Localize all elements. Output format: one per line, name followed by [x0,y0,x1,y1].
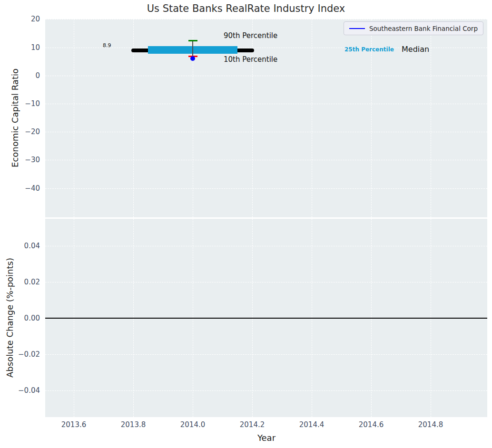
gridline-horizontal [45,132,487,132]
zero-line [45,318,487,319]
y-tick-label: 0 [0,72,40,79]
x-tick-label: 2014.8 [418,420,443,429]
figure: Us State Banks RealRate Industry Index 8… [0,0,492,448]
p90-annotation: 90th Percentile [224,32,277,40]
y-tick-label: 20 [0,16,40,23]
y-tick-label: −0.02 [0,351,40,358]
y-tick-label: −40 [0,185,40,192]
legend-line-sample [349,28,365,29]
gridline-vertical [74,19,74,217]
legend-label: Southeastern Bank Financial Corp [369,25,478,32]
gridline-horizontal [45,76,487,76]
gridline-vertical [431,19,431,217]
y-tick-label: −0.04 [0,387,40,394]
x-tick-label: 2014.4 [299,420,325,429]
y-tick-label: 0.04 [0,243,40,250]
gridline-vertical [312,19,312,217]
y-tick-label: −10 [0,100,40,107]
x-tick-label: 2014.0 [180,420,206,429]
company-point [190,56,195,61]
y-tick-label: 10 [0,44,40,51]
gridline-horizontal [45,160,487,160]
median-annotation: Median [402,45,429,54]
p25-annotation: 25th Percentile [344,47,394,53]
median-value-annotation: 8.9 [103,43,111,49]
x-axis-label: Year [257,433,276,443]
gridline-horizontal [45,104,487,104]
x-tick-label: 2013.8 [121,420,146,429]
gridline-horizontal [45,282,487,282]
gridline-horizontal [45,390,487,391]
gridline-horizontal [45,354,487,355]
p10-annotation: 10th Percentile [224,56,277,64]
x-tick-label: 2013.6 [61,420,87,429]
gridline-horizontal [45,246,487,246]
x-tick-label: 2014.2 [240,420,265,429]
chart-title: Us State Banks RealRate Industry Index [0,3,492,14]
top-y-axis-label: Economic Capital Ratio [10,68,20,167]
p90-cap-marker [188,40,197,41]
error-bar-line [192,41,193,57]
bottom-axes [45,219,487,417]
gridline-horizontal [45,19,487,19]
top-axes: 8.9 90th Percentile 10th Percentile 25th… [45,19,487,217]
x-tick-label: 2014.6 [359,420,384,429]
y-tick-label: −30 [0,156,40,164]
y-tick-label: −20 [0,128,40,136]
gridline-horizontal [45,188,487,189]
legend: Southeastern Bank Financial Corp [344,21,483,35]
y-tick-label: 0.00 [0,315,40,322]
y-tick-label: 0.02 [0,279,40,286]
